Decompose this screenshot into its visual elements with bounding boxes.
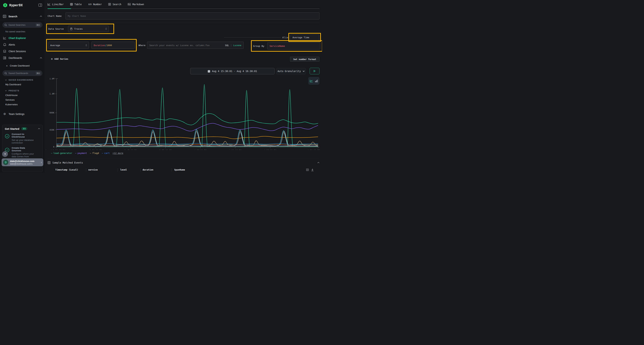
svg-text:4:30:00 PM: 4:30:00 PM	[308, 149, 320, 150]
legend-item[interactable]: —cart	[102, 152, 110, 154]
table-options-icon[interactable]	[306, 168, 309, 171]
group-by-label: Group By	[253, 45, 264, 47]
collapse-sidebar-icon[interactable]	[38, 3, 42, 6]
group-by-highlight: Group By	[251, 40, 322, 52]
legend-item[interactable]: —flagd	[90, 152, 99, 154]
tab-track	[48, 8, 320, 9]
sidebar-item-team-settings[interactable]: ⚙ Team Settings	[0, 111, 45, 117]
chart-type-tabbar: Line/Bar Table 123 Number Search Markdow…	[45, 0, 322, 9]
where-input[interactable]	[149, 44, 225, 47]
step-subtitle: Set up your database connection	[12, 139, 38, 144]
hyperdx-logo-icon	[3, 3, 8, 7]
column-duration[interactable]: duration	[142, 168, 153, 171]
column-timestamp[interactable]: Timestamp (Local)	[55, 168, 78, 171]
chevron-down-icon	[5, 79, 7, 81]
chart-name-label: Chart Name	[48, 15, 62, 17]
tab-number[interactable]: 123 Number	[88, 3, 102, 6]
lucene-mode-button[interactable]: Lucene	[233, 44, 241, 47]
saved-searches-input[interactable]	[8, 23, 32, 26]
select-chevrons-icon	[86, 44, 87, 46]
user-subtitle: dale@clickhouse.com's	[10, 163, 40, 165]
chart-name-input[interactable]	[66, 12, 320, 19]
svg-text:900K: 900K	[49, 111, 54, 114]
chevron-down-icon	[5, 90, 7, 91]
step-title: Create Data Sources	[12, 147, 35, 152]
legend-more-link[interactable]: +12 more	[112, 152, 123, 154]
svg-text:Aug 4 3:30:00 PM: Aug 4 3:30:00 PM	[46, 149, 65, 150]
search-icon	[4, 72, 7, 74]
data-source-label: Data Source	[48, 27, 64, 30]
preset-clickhouse[interactable]: ClickHouse	[0, 93, 45, 97]
where-search-input[interactable]: SQL | Lucene	[147, 42, 244, 49]
saved-searches-search[interactable]: ⌘K	[2, 22, 42, 28]
group-by-input[interactable]	[267, 42, 320, 49]
sidebar: HyperDX Search ⌘K No saved searches Char…	[0, 0, 45, 172]
legend-item[interactable]: —payment	[75, 152, 87, 154]
tab-table[interactable]: Table	[70, 3, 82, 6]
run-query-button[interactable]	[310, 68, 320, 74]
play-icon	[314, 70, 316, 72]
date-range-picker[interactable]: Aug 4 15:30:01 - Aug 4 16:30:01	[190, 68, 274, 74]
check-circle-icon	[5, 134, 10, 139]
events-table-header: Timestamp (Local) service level duration…	[45, 168, 322, 172]
sidebar-item-alerts[interactable]: Alerts	[0, 41, 45, 48]
group-presets[interactable]: PRESETS	[0, 88, 45, 93]
brand-title: HyperDX	[9, 3, 38, 7]
list-icon	[48, 161, 50, 164]
calendar-icon	[208, 70, 210, 73]
set-number-format-button[interactable]: Set number format	[290, 57, 320, 62]
sample-events-header[interactable]: Sample Matched Events	[48, 161, 320, 164]
bell-icon	[3, 43, 6, 46]
svg-text:3:55:00 PM: 3:55:00 PM	[160, 149, 172, 150]
alias-input[interactable]	[290, 34, 319, 40]
sidebar-item-chart-explorer[interactable]: Chart Explorer	[0, 35, 45, 41]
sidebar-divider	[0, 20, 45, 20]
svg-text:4:03:00 PM: 4:03:00 PM	[194, 149, 206, 150]
granularity-select[interactable]: Auto Granularity	[276, 68, 306, 74]
data-source-select[interactable]: Traces	[68, 25, 109, 32]
get-started-step-2[interactable]: Create Data Sources Configure where your…	[5, 147, 40, 158]
step-subtitle: Configure where your data comes from	[12, 152, 38, 158]
field-expression-input[interactable]: Duration/1000	[92, 42, 134, 49]
sql-mode-button[interactable]: SQL	[225, 44, 229, 47]
hyperdx-app: HyperDX Search ⌘K No saved searches Char…	[0, 0, 322, 172]
create-dashboard-button[interactable]: + Create Dashboard	[0, 62, 45, 69]
shortcut-badge: ⌘K	[36, 72, 41, 75]
date-range-text: Aug 4 15:30:01 - Aug 4 16:30:01	[212, 70, 257, 73]
sidebar-section-search[interactable]: Search	[0, 13, 45, 20]
aggregation-select[interactable]: Average	[48, 42, 89, 49]
chevron-up-icon[interactable]	[40, 57, 42, 59]
sidebar-item-dashboards[interactable]: Dashboards	[0, 54, 45, 61]
tab-markdown[interactable]: Markdown	[128, 3, 144, 6]
get-started-title: Get Started	[5, 127, 19, 130]
svg-text:0: 0	[53, 146, 54, 148]
dashboard-item-my-dashboard[interactable]: My Dashboard	[0, 82, 45, 87]
select-chevrons-icon	[105, 28, 107, 30]
svg-text:1.8M: 1.8M	[49, 78, 54, 80]
user-menu[interactable]: D dale@clickhouse.com dale@clickhouse.co…	[2, 158, 43, 166]
preset-services[interactable]: Services	[0, 97, 45, 102]
no-saved-searches-text: No saved searches	[5, 30, 45, 33]
chevron-up-icon[interactable]	[40, 15, 42, 17]
legend-item[interactable]: —load-generator	[51, 152, 72, 154]
collapse-chevron-icon[interactable]	[317, 162, 320, 163]
chevron-up-icon[interactable]	[38, 128, 40, 129]
saved-dashboards-input[interactable]	[8, 72, 32, 74]
column-spanname[interactable]: SpanName	[174, 168, 185, 171]
number-123-icon: 123	[88, 3, 92, 5]
preset-kubernetes[interactable]: Kubernetes	[0, 102, 45, 107]
markdown-icon	[128, 3, 131, 5]
add-series-button[interactable]: ⊕ Add Series	[51, 57, 68, 61]
sidebar-item-client-sessions[interactable]: Client Sessions	[0, 48, 45, 54]
saved-dashboards-search[interactable]: ⌘K	[2, 70, 42, 76]
column-level[interactable]: level	[120, 168, 127, 171]
search-section-icon	[3, 15, 6, 18]
help-button[interactable]: ?	[2, 151, 8, 157]
tab-line-bar[interactable]: Line/Bar	[48, 3, 64, 6]
timeseries-chart[interactable]: 1.8M1.4M900K450K0Aug 4 3:30:00 PM3:39:00…	[45, 78, 322, 150]
column-service[interactable]: service	[88, 168, 98, 171]
download-icon[interactable]	[311, 168, 314, 171]
get-started-step-1[interactable]: Connect to ClickHouse Set up your databa…	[5, 133, 40, 144]
tab-search[interactable]: Search	[108, 3, 121, 6]
group-saved-dashboards[interactable]: SAVED DASHBOARDS	[0, 78, 45, 82]
